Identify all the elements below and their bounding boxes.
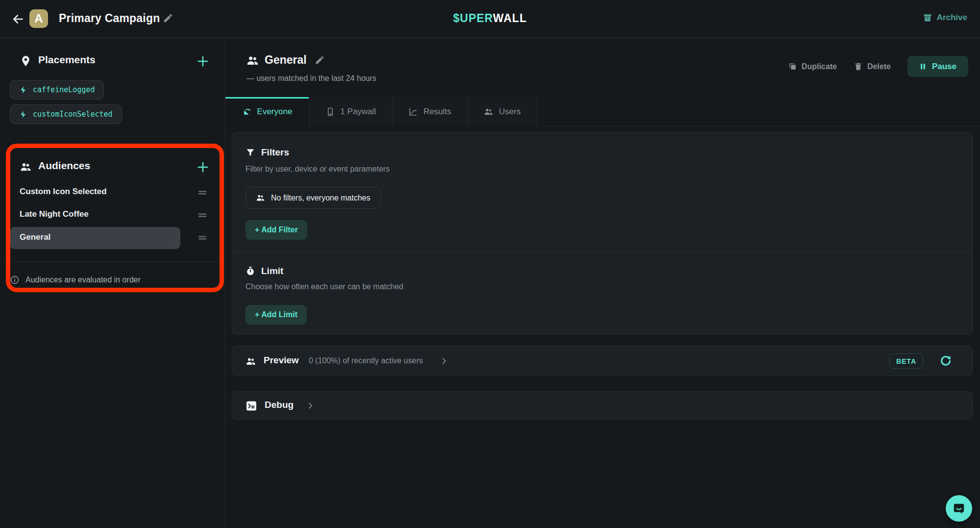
chart-icon xyxy=(408,107,418,117)
rules-card: Filters Filter by user, device or event … xyxy=(232,132,973,335)
add-limit-button[interactable]: + Add Limit xyxy=(245,305,307,325)
add-audience-button[interactable] xyxy=(196,160,210,174)
sidebar-divider xyxy=(0,262,225,262)
pause-button[interactable]: Pause xyxy=(907,56,968,77)
audience-actions: Duplicate Delete Pause xyxy=(788,56,968,77)
main-content: General — users matched in the last 24 h… xyxy=(225,38,980,528)
audiences-title: Audiences xyxy=(38,160,90,172)
preview-title: Preview xyxy=(264,355,299,366)
audiences-header: Audiences xyxy=(0,159,225,176)
superwall-campaign-page: A Primary Campaign $UPERWALL Archive Pla… xyxy=(0,0,980,528)
audience-row[interactable]: Late Night Coffee xyxy=(0,204,225,226)
audience-row[interactable]: Custom Icon Selected xyxy=(0,181,225,203)
people-icon xyxy=(256,193,265,202)
tab-label: Results xyxy=(423,107,451,117)
limit-title: Limit xyxy=(261,266,283,277)
audience-label: Late Night Coffee xyxy=(20,209,89,219)
tab-users[interactable]: Users xyxy=(467,97,538,126)
delete-button[interactable]: Delete xyxy=(854,62,891,71)
no-filters-label: No filters, everyone matches xyxy=(271,194,370,202)
add-placement-button[interactable] xyxy=(196,54,210,68)
bolt-icon xyxy=(19,86,27,94)
drag-handle-icon[interactable] xyxy=(196,232,208,244)
placement-chip[interactable]: caffeineLogged xyxy=(10,80,104,100)
duplicate-button[interactable]: Duplicate xyxy=(788,62,837,71)
logo-accent: $UPER xyxy=(453,12,493,25)
chat-icon xyxy=(952,501,966,516)
trash-icon xyxy=(854,62,863,71)
delete-label: Delete xyxy=(867,62,891,71)
drag-handle-icon[interactable] xyxy=(196,209,208,221)
duplicate-label: Duplicate xyxy=(802,62,837,71)
superwall-logo: $UPERWALL xyxy=(0,12,980,25)
tab-label: Users xyxy=(499,107,520,117)
sidebar: Placements caffeineLogged customIconSele… xyxy=(0,38,225,528)
duplicate-icon xyxy=(788,62,797,71)
audience-people-icon xyxy=(246,54,259,67)
add-limit-label: + Add Limit xyxy=(255,310,297,319)
section-divider xyxy=(232,251,972,252)
audience-page-title: General xyxy=(265,53,307,67)
placements-header: Placements xyxy=(0,53,225,70)
pause-icon xyxy=(919,63,927,70)
chevron-right-icon xyxy=(440,356,449,366)
limit-description: Choose how often each user can be matche… xyxy=(245,282,403,291)
limit-section-header: Limit xyxy=(245,266,283,277)
people-icon xyxy=(484,107,493,117)
audiences-order-note: Audiences are evaluated in order xyxy=(0,269,225,292)
audience-label: Custom Icon Selected xyxy=(20,187,107,197)
audience-row-selected[interactable]: General xyxy=(0,226,225,248)
preview-description: 0 (100%) of recently active users xyxy=(309,356,423,365)
refresh-icon[interactable] xyxy=(939,354,953,368)
placement-label: caffeineLogged xyxy=(33,85,95,94)
filters-title: Filters xyxy=(261,147,289,158)
archive-label: Archive xyxy=(937,13,967,23)
people-icon xyxy=(245,356,256,367)
logo-rest: WALL xyxy=(493,12,527,25)
placement-chip[interactable]: customIconSelected xyxy=(10,104,122,124)
tab-label: Everyone xyxy=(257,107,293,117)
people-icon xyxy=(20,161,32,173)
location-pin-icon xyxy=(20,55,32,67)
tab-bar: Everyone 1 Paywall Results Users xyxy=(225,97,980,126)
filters-section-header: Filters xyxy=(245,147,289,158)
chat-widget-button[interactable] xyxy=(946,495,972,522)
tab-everyone[interactable]: Everyone xyxy=(225,97,309,126)
plus-icon xyxy=(196,160,210,174)
chevron-right-icon xyxy=(306,401,315,410)
terminal-icon xyxy=(245,400,257,412)
split-ramp-icon xyxy=(242,107,252,117)
filters-description: Filter by user, device or event paramete… xyxy=(245,165,390,174)
tab-results[interactable]: Results xyxy=(392,97,467,126)
drag-handle-icon[interactable] xyxy=(196,187,208,199)
archive-icon xyxy=(923,13,932,23)
placement-label: customIconSelected xyxy=(33,110,113,119)
phone-icon xyxy=(325,107,335,117)
debug-title: Debug xyxy=(265,400,294,410)
plus-icon xyxy=(196,54,210,68)
debug-card[interactable]: Debug xyxy=(232,391,973,420)
audience-subtitle: — users matched in the last 24 hours xyxy=(246,74,376,83)
edit-audience-name-icon[interactable] xyxy=(315,55,325,65)
funnel-icon xyxy=(245,148,255,157)
archive-button[interactable]: Archive xyxy=(923,13,967,23)
pause-label: Pause xyxy=(932,62,956,72)
tab-paywall[interactable]: 1 Paywall xyxy=(309,97,392,126)
add-filter-label: + Add Filter xyxy=(255,226,298,234)
beta-badge: BETA xyxy=(889,353,923,369)
order-note-text: Audiences are evaluated in order xyxy=(25,276,141,284)
tab-label: 1 Paywall xyxy=(341,107,376,117)
no-filters-chip[interactable]: No filters, everyone matches xyxy=(245,187,381,209)
top-header: A Primary Campaign $UPERWALL Archive xyxy=(0,0,980,38)
bolt-icon xyxy=(19,110,27,119)
info-icon xyxy=(10,275,20,285)
audience-label: General xyxy=(20,232,50,242)
preview-card[interactable]: Preview 0 (100%) of recently active user… xyxy=(232,346,973,376)
stopwatch-icon xyxy=(245,266,255,276)
placements-title: Placements xyxy=(38,54,96,66)
add-filter-button[interactable]: + Add Filter xyxy=(245,220,307,240)
